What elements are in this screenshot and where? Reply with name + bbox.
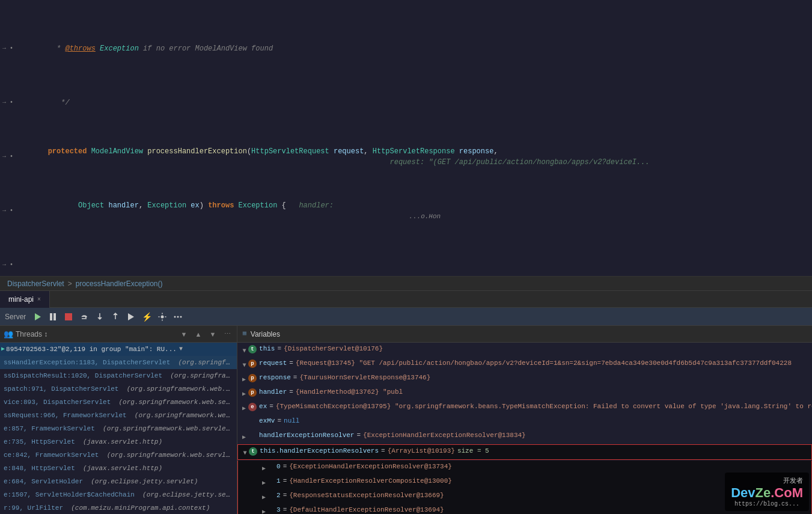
stack-frame-11[interactable]: r:99, UrlFilter (com.meizu.miniProgram.a…	[0, 501, 237, 514]
expand-icon: ▶	[242, 432, 246, 442]
expand-icon: ▶	[239, 363, 249, 367]
expand-icon: ▶	[242, 389, 246, 399]
var-type-icon: t	[249, 447, 257, 456]
debug-step-into-button[interactable]	[93, 310, 106, 323]
var-name: 3	[276, 505, 281, 514]
tab-mini-api[interactable]: mini-api ×	[0, 291, 50, 308]
code-line[interactable]: → • Object handler, Exception ex) throws…	[0, 206, 812, 216]
code-line[interactable]: → • * @throws Exception if no error Mode…	[0, 43, 812, 54]
stack-frame-7[interactable]: ce:842, FrameworkServlet (org.springfram…	[0, 448, 237, 462]
code-editor: → • * @throws Exception if no error Mode…	[0, 0, 812, 277]
var-name: ex	[259, 402, 267, 412]
var-value: null	[284, 416, 299, 426]
var-type-icon: p	[248, 374, 257, 382]
watermark-ze: Ze	[756, 485, 771, 500]
thread-filter-button[interactable]: ▼	[178, 328, 190, 340]
line-gutter: → •	[2, 151, 13, 162]
var-name: handler	[259, 387, 287, 397]
variables-icon: ≡	[242, 329, 247, 338]
debug-settings-button[interactable]	[156, 310, 169, 323]
thread-up-button[interactable]: ▲	[192, 328, 204, 340]
stack-frame-9[interactable]: e:684, ServletHolder (org.eclipse.jetty.…	[0, 475, 237, 488]
var-type-icon: e	[248, 403, 257, 411]
variables-title-text: Variables	[251, 330, 280, 338]
stack-frame-10[interactable]: e:1507, ServletHolder$CachedChain (org.e…	[0, 488, 237, 501]
line-content: protected ModelAndView processHandlerExc…	[13, 135, 812, 179]
tab-close-button[interactable]: ×	[37, 296, 41, 302]
var-size: size = 5	[457, 446, 489, 456]
breadcrumb-class[interactable]: DispatcherServlet	[7, 280, 64, 288]
watermark: 开发者 DevZe.CoM https://blog.cs...	[725, 473, 809, 511]
current-thread[interactable]: ▶ 8954702563-32"@2,119 in group "main": …	[0, 343, 237, 356]
var-value: {ResponseStatusExceptionResolver@13669}	[289, 491, 444, 501]
code-line[interactable]: → • protected ModelAndView processHandle…	[0, 151, 812, 162]
thread-arrow-icon: ▶	[1, 344, 5, 354]
stack-frame-1[interactable]: ssDispatchResult:1020, DispatcherServlet…	[0, 369, 237, 382]
var-value: {Request@13745} "GET /api/public/action/…	[296, 358, 792, 369]
var-row-request[interactable]: ▶ p request = {Request@13745} "GET /api/…	[237, 357, 812, 372]
var-row-response[interactable]: ▶ p response = {TaurusHornServletRespons…	[237, 372, 812, 386]
debug-pane: 👥 Threads ↕ ▼ ▲ ▼ ⋯ ▶ 8954702563-32"@2,1…	[0, 326, 812, 514]
debug-pause-button[interactable]	[46, 310, 60, 323]
debug-run-to-cursor-button[interactable]	[124, 310, 138, 323]
var-row-ex[interactable]: ▶ e ex = {TypeMismatchException@13795} "…	[237, 400, 812, 415]
expand-icon: ▶	[242, 375, 246, 385]
debug-stop-button[interactable]	[62, 310, 75, 323]
var-value: {DispatcherServlet@10176}	[284, 344, 383, 354]
var-equals: =	[283, 491, 287, 501]
line-content	[13, 260, 812, 271]
debug-step-out-button[interactable]	[109, 310, 122, 323]
stack-frame-4[interactable]: ssRequest:966, FrameworkServlet (org.spr…	[0, 409, 237, 422]
debug-evaluate-button[interactable]: ⚡	[140, 310, 153, 323]
svg-point-8	[161, 315, 164, 318]
threads-label: Threads ↕	[16, 330, 176, 338]
watermark-dev: Dev	[731, 485, 755, 500]
threads-panel: 👥 Threads ↕ ▼ ▲ ▼ ⋯ ▶ 8954702563-32"@2,1…	[0, 326, 237, 514]
stack-frame-5[interactable]: e:857, FrameworkServlet (org.springframe…	[0, 422, 237, 435]
var-equals: =	[289, 387, 293, 397]
var-row-this-her[interactable]: ▶ t this.handlerExceptionResolvers = {Ar…	[237, 444, 812, 460]
var-equals: =	[277, 416, 281, 426]
var-equals: =	[381, 446, 385, 456]
line-gutter: → •	[2, 97, 13, 108]
var-name: this.handlerExceptionResolvers	[260, 446, 379, 456]
stack-frame-0[interactable]: ssHandlerException:1183, DispatcherServl…	[0, 356, 237, 369]
breadcrumb-method[interactable]: processHandlerException()	[76, 280, 163, 288]
svg-point-11	[180, 316, 182, 317]
var-type-icon: p	[248, 359, 257, 368]
breadcrumb: DispatcherServlet > processHandlerExcept…	[0, 277, 812, 291]
debug-resume-button[interactable]	[31, 310, 44, 323]
thread-dropdown-icon[interactable]: ▼	[179, 344, 183, 354]
svg-point-10	[177, 316, 179, 317]
debug-toolbar: Server ⚡	[0, 308, 812, 326]
thread-down-button[interactable]: ▼	[207, 328, 219, 340]
debug-step-over-button[interactable]	[78, 310, 91, 323]
svg-marker-0	[35, 313, 41, 320]
svg-rect-2	[53, 313, 56, 320]
stack-frame-8[interactable]: e:848, HttpServlet (javax.servlet.http)	[0, 462, 237, 475]
svg-point-9	[174, 316, 176, 317]
thread-more-button[interactable]: ⋯	[221, 328, 233, 340]
stack-frame-3[interactable]: vice:893, DispatcherServlet (org.springf…	[0, 396, 237, 409]
expand-icon: ▶	[242, 403, 246, 414]
var-equals: =	[283, 476, 287, 486]
var-row-exmv[interactable]: ▶ exMv = null	[237, 415, 812, 429]
stack-frame-2[interactable]: spatch:971, DispatcherServlet (org.sprin…	[0, 382, 237, 396]
var-equals: =	[289, 358, 293, 369]
var-value: {TypeMismatchException@13795} "org.sprin…	[276, 402, 812, 412]
stack-frame-6[interactable]: e:735, HttpServlet (javax.servlet.http)	[0, 435, 237, 448]
var-value: {DefaultHandlerExceptionResolver@13694}	[289, 505, 444, 514]
var-equals: =	[269, 402, 273, 412]
svg-rect-1	[50, 313, 52, 320]
var-row-handler[interactable]: ▶ p handler = {HandlerMethod@13762} "pub…	[237, 386, 812, 400]
var-row-her[interactable]: ▶ handlerExceptionResolver = {ExceptionH…	[237, 429, 812, 444]
breadcrumb-separator: >	[68, 280, 72, 288]
code-line[interactable]: → • */	[0, 97, 812, 108]
expand-icon: ▶	[240, 451, 250, 454]
var-name: handlerExceptionResolver	[259, 430, 354, 441]
var-row-this[interactable]: ▶ t this = {DispatcherServlet@10176}	[237, 343, 812, 357]
debug-more-button[interactable]	[171, 310, 185, 323]
variables-title: Variables	[251, 330, 280, 338]
code-line[interactable]: → •	[0, 260, 812, 271]
var-type-icon: t	[248, 345, 257, 353]
